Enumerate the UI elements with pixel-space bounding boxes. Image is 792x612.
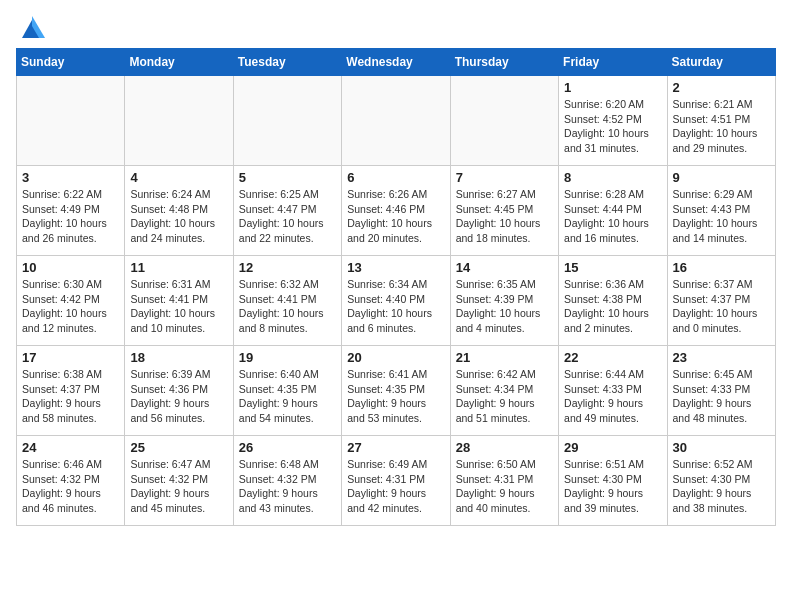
day-info: Sunrise: 6:31 AM Sunset: 4:41 PM Dayligh… xyxy=(130,277,227,336)
col-header-monday: Monday xyxy=(125,49,233,76)
day-number: 14 xyxy=(456,260,553,275)
calendar-cell: 17Sunrise: 6:38 AM Sunset: 4:37 PM Dayli… xyxy=(17,346,125,436)
calendar-cell: 3Sunrise: 6:22 AM Sunset: 4:49 PM Daylig… xyxy=(17,166,125,256)
day-info: Sunrise: 6:44 AM Sunset: 4:33 PM Dayligh… xyxy=(564,367,661,426)
day-number: 18 xyxy=(130,350,227,365)
day-info: Sunrise: 6:49 AM Sunset: 4:31 PM Dayligh… xyxy=(347,457,444,516)
calendar-cell xyxy=(233,76,341,166)
day-number: 11 xyxy=(130,260,227,275)
day-number: 28 xyxy=(456,440,553,455)
day-info: Sunrise: 6:27 AM Sunset: 4:45 PM Dayligh… xyxy=(456,187,553,246)
day-number: 13 xyxy=(347,260,444,275)
day-info: Sunrise: 6:39 AM Sunset: 4:36 PM Dayligh… xyxy=(130,367,227,426)
calendar-cell: 27Sunrise: 6:49 AM Sunset: 4:31 PM Dayli… xyxy=(342,436,450,526)
calendar-cell: 28Sunrise: 6:50 AM Sunset: 4:31 PM Dayli… xyxy=(450,436,558,526)
calendar-cell: 1Sunrise: 6:20 AM Sunset: 4:52 PM Daylig… xyxy=(559,76,667,166)
day-number: 10 xyxy=(22,260,119,275)
calendar-cell: 22Sunrise: 6:44 AM Sunset: 4:33 PM Dayli… xyxy=(559,346,667,436)
day-info: Sunrise: 6:37 AM Sunset: 4:37 PM Dayligh… xyxy=(673,277,770,336)
day-number: 9 xyxy=(673,170,770,185)
week-row-3: 10Sunrise: 6:30 AM Sunset: 4:42 PM Dayli… xyxy=(17,256,776,346)
calendar-cell: 16Sunrise: 6:37 AM Sunset: 4:37 PM Dayli… xyxy=(667,256,775,346)
day-number: 21 xyxy=(456,350,553,365)
calendar-cell: 13Sunrise: 6:34 AM Sunset: 4:40 PM Dayli… xyxy=(342,256,450,346)
day-info: Sunrise: 6:34 AM Sunset: 4:40 PM Dayligh… xyxy=(347,277,444,336)
day-info: Sunrise: 6:29 AM Sunset: 4:43 PM Dayligh… xyxy=(673,187,770,246)
day-info: Sunrise: 6:26 AM Sunset: 4:46 PM Dayligh… xyxy=(347,187,444,246)
calendar-cell: 5Sunrise: 6:25 AM Sunset: 4:47 PM Daylig… xyxy=(233,166,341,256)
day-number: 30 xyxy=(673,440,770,455)
day-number: 29 xyxy=(564,440,661,455)
calendar-cell: 24Sunrise: 6:46 AM Sunset: 4:32 PM Dayli… xyxy=(17,436,125,526)
day-info: Sunrise: 6:32 AM Sunset: 4:41 PM Dayligh… xyxy=(239,277,336,336)
day-number: 5 xyxy=(239,170,336,185)
calendar-cell: 10Sunrise: 6:30 AM Sunset: 4:42 PM Dayli… xyxy=(17,256,125,346)
day-info: Sunrise: 6:30 AM Sunset: 4:42 PM Dayligh… xyxy=(22,277,119,336)
col-header-thursday: Thursday xyxy=(450,49,558,76)
day-number: 8 xyxy=(564,170,661,185)
page-header xyxy=(16,16,776,38)
calendar-cell: 12Sunrise: 6:32 AM Sunset: 4:41 PM Dayli… xyxy=(233,256,341,346)
day-info: Sunrise: 6:25 AM Sunset: 4:47 PM Dayligh… xyxy=(239,187,336,246)
day-number: 7 xyxy=(456,170,553,185)
day-info: Sunrise: 6:40 AM Sunset: 4:35 PM Dayligh… xyxy=(239,367,336,426)
day-number: 20 xyxy=(347,350,444,365)
calendar-cell: 14Sunrise: 6:35 AM Sunset: 4:39 PM Dayli… xyxy=(450,256,558,346)
day-info: Sunrise: 6:21 AM Sunset: 4:51 PM Dayligh… xyxy=(673,97,770,156)
calendar-cell: 4Sunrise: 6:24 AM Sunset: 4:48 PM Daylig… xyxy=(125,166,233,256)
calendar-cell: 21Sunrise: 6:42 AM Sunset: 4:34 PM Dayli… xyxy=(450,346,558,436)
day-info: Sunrise: 6:35 AM Sunset: 4:39 PM Dayligh… xyxy=(456,277,553,336)
calendar-cell: 30Sunrise: 6:52 AM Sunset: 4:30 PM Dayli… xyxy=(667,436,775,526)
day-number: 23 xyxy=(673,350,770,365)
day-info: Sunrise: 6:45 AM Sunset: 4:33 PM Dayligh… xyxy=(673,367,770,426)
day-number: 1 xyxy=(564,80,661,95)
week-row-5: 24Sunrise: 6:46 AM Sunset: 4:32 PM Dayli… xyxy=(17,436,776,526)
week-row-1: 1Sunrise: 6:20 AM Sunset: 4:52 PM Daylig… xyxy=(17,76,776,166)
col-header-wednesday: Wednesday xyxy=(342,49,450,76)
day-number: 27 xyxy=(347,440,444,455)
day-info: Sunrise: 6:48 AM Sunset: 4:32 PM Dayligh… xyxy=(239,457,336,516)
calendar-cell: 8Sunrise: 6:28 AM Sunset: 4:44 PM Daylig… xyxy=(559,166,667,256)
calendar-cell: 26Sunrise: 6:48 AM Sunset: 4:32 PM Dayli… xyxy=(233,436,341,526)
day-number: 4 xyxy=(130,170,227,185)
week-row-2: 3Sunrise: 6:22 AM Sunset: 4:49 PM Daylig… xyxy=(17,166,776,256)
calendar-cell: 2Sunrise: 6:21 AM Sunset: 4:51 PM Daylig… xyxy=(667,76,775,166)
day-info: Sunrise: 6:42 AM Sunset: 4:34 PM Dayligh… xyxy=(456,367,553,426)
calendar-cell: 23Sunrise: 6:45 AM Sunset: 4:33 PM Dayli… xyxy=(667,346,775,436)
day-info: Sunrise: 6:52 AM Sunset: 4:30 PM Dayligh… xyxy=(673,457,770,516)
day-info: Sunrise: 6:50 AM Sunset: 4:31 PM Dayligh… xyxy=(456,457,553,516)
calendar-cell: 20Sunrise: 6:41 AM Sunset: 4:35 PM Dayli… xyxy=(342,346,450,436)
day-number: 25 xyxy=(130,440,227,455)
calendar-cell: 11Sunrise: 6:31 AM Sunset: 4:41 PM Dayli… xyxy=(125,256,233,346)
day-info: Sunrise: 6:20 AM Sunset: 4:52 PM Dayligh… xyxy=(564,97,661,156)
day-info: Sunrise: 6:41 AM Sunset: 4:35 PM Dayligh… xyxy=(347,367,444,426)
day-number: 19 xyxy=(239,350,336,365)
calendar-cell: 25Sunrise: 6:47 AM Sunset: 4:32 PM Dayli… xyxy=(125,436,233,526)
calendar-cell: 19Sunrise: 6:40 AM Sunset: 4:35 PM Dayli… xyxy=(233,346,341,436)
col-header-sunday: Sunday xyxy=(17,49,125,76)
col-header-saturday: Saturday xyxy=(667,49,775,76)
week-row-4: 17Sunrise: 6:38 AM Sunset: 4:37 PM Dayli… xyxy=(17,346,776,436)
day-info: Sunrise: 6:22 AM Sunset: 4:49 PM Dayligh… xyxy=(22,187,119,246)
day-info: Sunrise: 6:28 AM Sunset: 4:44 PM Dayligh… xyxy=(564,187,661,246)
day-info: Sunrise: 6:51 AM Sunset: 4:30 PM Dayligh… xyxy=(564,457,661,516)
day-number: 22 xyxy=(564,350,661,365)
day-info: Sunrise: 6:24 AM Sunset: 4:48 PM Dayligh… xyxy=(130,187,227,246)
day-info: Sunrise: 6:38 AM Sunset: 4:37 PM Dayligh… xyxy=(22,367,119,426)
calendar-cell xyxy=(450,76,558,166)
col-header-friday: Friday xyxy=(559,49,667,76)
calendar-cell xyxy=(17,76,125,166)
calendar-cell: 6Sunrise: 6:26 AM Sunset: 4:46 PM Daylig… xyxy=(342,166,450,256)
day-number: 26 xyxy=(239,440,336,455)
day-number: 3 xyxy=(22,170,119,185)
day-info: Sunrise: 6:46 AM Sunset: 4:32 PM Dayligh… xyxy=(22,457,119,516)
calendar-cell xyxy=(125,76,233,166)
calendar-cell: 9Sunrise: 6:29 AM Sunset: 4:43 PM Daylig… xyxy=(667,166,775,256)
calendar-cell: 7Sunrise: 6:27 AM Sunset: 4:45 PM Daylig… xyxy=(450,166,558,256)
day-number: 16 xyxy=(673,260,770,275)
day-info: Sunrise: 6:47 AM Sunset: 4:32 PM Dayligh… xyxy=(130,457,227,516)
calendar-table: SundayMondayTuesdayWednesdayThursdayFrid… xyxy=(16,48,776,526)
calendar-cell: 29Sunrise: 6:51 AM Sunset: 4:30 PM Dayli… xyxy=(559,436,667,526)
calendar-cell xyxy=(342,76,450,166)
logo-icon xyxy=(19,16,45,42)
